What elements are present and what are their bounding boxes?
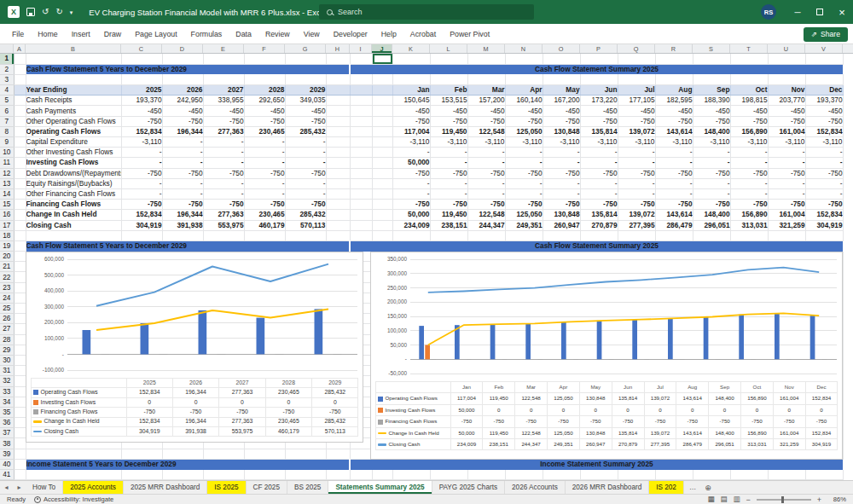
cell-value[interactable]: -750 <box>285 116 326 126</box>
row-label[interactable]: Operating Cash Flows <box>26 126 121 136</box>
cell-value[interactable]: -750 <box>693 168 730 178</box>
cell-value[interactable]: - <box>655 148 693 158</box>
cell-value[interactable]: -750 <box>580 116 618 126</box>
cell-value[interactable]: - <box>655 188 693 199</box>
column-header-p[interactable]: P <box>580 44 618 53</box>
cell-value[interactable]: -750 <box>392 116 430 126</box>
cell-value[interactable]: -750 <box>768 168 805 178</box>
cell-value[interactable]: - <box>693 148 730 158</box>
cell[interactable] <box>372 220 392 230</box>
cell-value[interactable]: - <box>203 137 244 148</box>
cell-value[interactable]: 177,105 <box>618 96 655 106</box>
month-column-header[interactable]: Sep <box>693 85 730 96</box>
column-header-l[interactable]: L <box>430 44 467 53</box>
cell-value[interactable]: - <box>244 158 285 168</box>
cell-value[interactable]: - <box>244 188 285 199</box>
cell-value[interactable]: -750 <box>730 200 768 210</box>
row-header-9[interactable]: 9 <box>0 137 14 148</box>
cell-value[interactable]: 182,595 <box>655 96 693 106</box>
cell-value[interactable]: - <box>392 178 430 188</box>
year-column-header[interactable]: 2026 <box>162 85 203 96</box>
cell[interactable] <box>350 188 372 199</box>
cell-value[interactable]: - <box>768 188 805 199</box>
cell-value[interactable]: -750 <box>805 116 843 126</box>
row-header-30[interactable]: 30 <box>0 355 14 365</box>
cell-value[interactable]: - <box>244 137 285 148</box>
ribbon-tab-developer[interactable]: Developer <box>327 24 374 43</box>
cell[interactable] <box>14 200 26 210</box>
cell[interactable] <box>655 54 693 64</box>
cell[interactable] <box>14 366 26 376</box>
cell[interactable] <box>350 126 372 136</box>
cell-value[interactable]: - <box>618 188 655 199</box>
section-header-income-right[interactable]: Income Statement Summary 2025 <box>350 459 843 469</box>
cell[interactable] <box>14 148 26 158</box>
cell[interactable] <box>618 54 655 64</box>
cell-value[interactable]: 570,113 <box>285 220 326 230</box>
cell[interactable] <box>730 230 768 240</box>
cell-value[interactable]: -3,110 <box>655 137 693 148</box>
cell-value[interactable]: -3,110 <box>580 137 618 148</box>
column-header-g[interactable]: G <box>285 44 326 53</box>
cell-value[interactable]: -3,110 <box>505 137 543 148</box>
cell[interactable] <box>350 137 372 148</box>
cell[interactable] <box>121 230 162 240</box>
row-header-25[interactable]: 25 <box>0 304 14 314</box>
cell[interactable] <box>768 74 805 84</box>
row-header-3[interactable]: 3 <box>0 74 14 84</box>
column-header-m[interactable]: M <box>467 44 505 53</box>
cell[interactable] <box>430 54 467 64</box>
row-header-7[interactable]: 7 <box>0 116 14 126</box>
cell-value[interactable]: 148,400 <box>693 210 730 220</box>
month-column-header[interactable]: Nov <box>768 85 805 96</box>
cell[interactable] <box>693 74 730 84</box>
cell[interactable] <box>14 407 26 417</box>
cell-value[interactable]: 152,834 <box>805 210 843 220</box>
cell[interactable] <box>14 240 26 251</box>
cell-value[interactable]: - <box>730 158 768 168</box>
maximize-button[interactable] <box>809 0 831 24</box>
column-header-a[interactable]: A <box>14 44 26 53</box>
year-column-header[interactable]: 2029 <box>285 85 326 96</box>
cell-value[interactable]: 338,955 <box>203 96 244 106</box>
cell-value[interactable]: - <box>162 148 203 158</box>
month-column-header[interactable]: Apr <box>505 85 543 96</box>
cell-value[interactable]: -3,110 <box>693 137 730 148</box>
cell[interactable] <box>430 74 467 84</box>
cell-value[interactable]: - <box>203 148 244 158</box>
redo-icon[interactable]: ↻ <box>55 8 62 16</box>
cell[interactable] <box>467 54 505 64</box>
cell-value[interactable]: -450 <box>768 106 805 116</box>
column-header-k[interactable]: K <box>392 44 430 53</box>
excel-app-icon[interactable]: X <box>8 6 20 18</box>
row-label[interactable]: Financing Cash Flows <box>26 200 121 210</box>
cell[interactable] <box>730 74 768 84</box>
cell-value[interactable]: - <box>580 178 618 188</box>
cell-value[interactable]: 203,770 <box>768 96 805 106</box>
cell[interactable] <box>693 54 730 64</box>
column-header-c[interactable]: C <box>121 44 162 53</box>
cell[interactable] <box>203 449 244 459</box>
cell-value[interactable]: -750 <box>430 116 467 126</box>
cell[interactable] <box>730 470 768 480</box>
cell[interactable] <box>326 126 350 136</box>
cell-value[interactable]: -750 <box>285 200 326 210</box>
ribbon-tab-page-layout[interactable]: Page Layout <box>128 24 183 43</box>
cell[interactable] <box>162 230 203 240</box>
column-header-n[interactable]: N <box>505 44 543 53</box>
cell[interactable] <box>372 188 392 199</box>
customize-toolbar-icon[interactable]: ▾ <box>70 9 73 15</box>
cell-value[interactable]: 321,259 <box>768 220 805 230</box>
cell[interactable] <box>14 459 26 469</box>
cell[interactable] <box>430 470 467 480</box>
cell-value[interactable]: 249,351 <box>505 220 543 230</box>
cell[interactable] <box>768 230 805 240</box>
cell-value[interactable]: - <box>392 148 430 158</box>
cell[interactable] <box>768 54 805 64</box>
cell[interactable] <box>655 230 693 240</box>
cell-value[interactable]: -750 <box>121 200 162 210</box>
column-header-i[interactable]: I <box>350 44 372 53</box>
cell-value[interactable]: - <box>430 188 467 199</box>
cell-value[interactable]: -750 <box>467 168 505 178</box>
cell-value[interactable]: 304,919 <box>121 220 162 230</box>
